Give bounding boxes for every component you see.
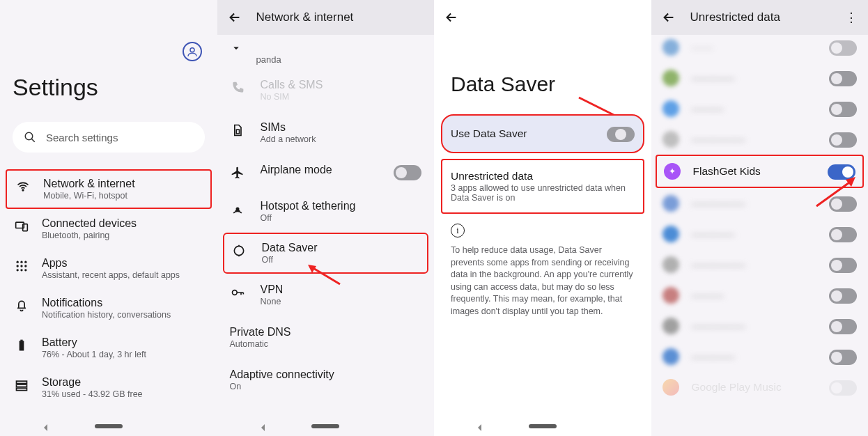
vpn-key-icon bbox=[230, 285, 245, 300]
airplane-icon bbox=[230, 165, 245, 180]
network-item-dns[interactable]: Private DNSAutomatic bbox=[217, 316, 435, 359]
svg-rect-16 bbox=[17, 381, 27, 383]
use-data-saver-row[interactable]: Use Data Saver bbox=[441, 114, 644, 153]
airplane-toggle[interactable] bbox=[394, 165, 421, 180]
app-row-blurred[interactable]: ——— bbox=[651, 280, 869, 311]
app-row-blurred[interactable]: ——— bbox=[651, 93, 869, 124]
svg-point-5 bbox=[17, 261, 19, 263]
back-button[interactable] bbox=[227, 10, 242, 25]
data-saver-screen: Data Saver Use Data Saver Unrestricted d… bbox=[434, 0, 651, 436]
phone-icon bbox=[230, 80, 245, 95]
header-title: Network & internet bbox=[256, 10, 354, 24]
search-placeholder: Search settings bbox=[46, 132, 118, 143]
network-item-hotspot[interactable]: Hotspot & tetheringOff bbox=[217, 190, 435, 233]
header-title: Unrestricted data bbox=[690, 10, 780, 24]
battery-icon bbox=[14, 338, 29, 353]
unrestricted-data-row[interactable]: Unrestricted data 3 apps allowed to use … bbox=[441, 159, 644, 214]
app-toggle[interactable] bbox=[829, 288, 857, 304]
svg-point-21 bbox=[234, 246, 243, 255]
app-toggle[interactable] bbox=[829, 132, 857, 148]
data-saver-toggle[interactable] bbox=[607, 127, 635, 142]
app-toggle[interactable] bbox=[829, 196, 857, 212]
svg-point-6 bbox=[20, 261, 22, 263]
bell-icon bbox=[14, 298, 29, 313]
app-row-blurred[interactable]: ———— bbox=[651, 341, 869, 372]
nav-bar bbox=[0, 416, 217, 436]
svg-rect-14 bbox=[20, 341, 24, 350]
svg-rect-18 bbox=[17, 388, 27, 390]
svg-point-12 bbox=[20, 269, 22, 271]
svg-rect-19 bbox=[236, 130, 239, 134]
app-toggle[interactable] bbox=[829, 40, 857, 56]
app-row-blurred[interactable]: ———— bbox=[651, 63, 869, 93]
network-item-calls[interactable]: Calls & SMSNo SIM bbox=[217, 69, 435, 111]
app-row-blurred[interactable]: ———— bbox=[651, 219, 869, 249]
svg-point-22 bbox=[232, 290, 237, 295]
play-music-icon bbox=[662, 379, 679, 396]
network-item-airplane[interactable]: Airplane mode bbox=[217, 154, 435, 190]
back-button[interactable] bbox=[661, 10, 676, 25]
svg-point-20 bbox=[236, 208, 238, 210]
settings-item-battery[interactable]: Battery76% - About 1 day, 3 hr left bbox=[0, 328, 217, 368]
app-row-blurred[interactable]: ————— bbox=[651, 311, 869, 341]
svg-point-2 bbox=[22, 189, 24, 191]
wifi-name: panda bbox=[217, 54, 435, 69]
settings-item-storage[interactable]: Storage31% used - 43.92 GB free bbox=[0, 368, 217, 407]
data-saver-description: To help reduce data usage, Data Saver pr… bbox=[434, 242, 651, 320]
app-row-blurred[interactable]: —— bbox=[651, 39, 869, 63]
svg-point-11 bbox=[17, 269, 19, 271]
nav-back-icon[interactable] bbox=[259, 422, 268, 430]
settings-item-notifications[interactable]: NotificationsNotification history, conve… bbox=[0, 288, 217, 328]
svg-point-9 bbox=[20, 265, 22, 267]
sim-icon bbox=[230, 123, 245, 138]
annotation-arrow bbox=[307, 263, 341, 286]
data-saver-icon bbox=[231, 243, 247, 258]
svg-point-8 bbox=[17, 265, 19, 267]
svg-point-13 bbox=[24, 269, 26, 271]
app-toggle[interactable] bbox=[829, 319, 857, 334]
unrestricted-data-screen: Unrestricted data ⋮ —— ———— ——— ————— ✦ … bbox=[651, 0, 869, 436]
back-button[interactable] bbox=[444, 10, 459, 25]
wifi-icon bbox=[15, 179, 31, 194]
app-toggle[interactable] bbox=[829, 350, 857, 365]
app-row-blurred[interactable]: ————— bbox=[651, 188, 869, 219]
app-toggle[interactable] bbox=[829, 258, 857, 273]
network-item-sims[interactable]: SIMsAdd a network bbox=[217, 111, 435, 154]
nav-home-pill[interactable] bbox=[529, 424, 557, 428]
nav-home-pill[interactable] bbox=[311, 424, 339, 428]
devices-icon bbox=[14, 219, 29, 234]
nav-home-pill[interactable] bbox=[95, 424, 123, 428]
app-row-play-music[interactable]: Google Play Music bbox=[651, 372, 869, 403]
app-bar: Network & internet bbox=[217, 0, 435, 35]
network-item-adaptive[interactable]: Adaptive connectivityOn bbox=[217, 359, 435, 401]
search-settings[interactable]: Search settings bbox=[13, 122, 205, 153]
app-toggle[interactable] bbox=[829, 380, 857, 396]
nav-back-icon[interactable] bbox=[42, 422, 50, 430]
hotspot-icon bbox=[230, 201, 245, 217]
settings-item-network[interactable]: Network & internetMobile, Wi-Fi, hotspot bbox=[6, 169, 212, 209]
profile-avatar[interactable] bbox=[183, 42, 202, 61]
app-row-blurred[interactable]: ————— bbox=[651, 249, 869, 280]
info-icon: i bbox=[451, 224, 465, 238]
more-menu-icon[interactable]: ⋮ bbox=[844, 10, 858, 24]
app-toggle[interactable] bbox=[829, 71, 857, 86]
settings-root-screen: Settings Search settings Network & inter… bbox=[0, 0, 217, 436]
page-title: Settings bbox=[13, 74, 205, 101]
storage-icon bbox=[14, 377, 29, 393]
network-internet-screen: Network & internet panda Calls & SMSNo S… bbox=[217, 0, 435, 436]
svg-rect-15 bbox=[20, 340, 22, 341]
svg-point-0 bbox=[190, 48, 194, 52]
app-toggle[interactable] bbox=[829, 227, 857, 242]
svg-rect-17 bbox=[17, 384, 27, 387]
app-toggle[interactable] bbox=[829, 102, 857, 117]
app-bar bbox=[434, 0, 651, 35]
flashget-app-icon: ✦ bbox=[664, 163, 681, 180]
chevron-down-icon[interactable] bbox=[230, 42, 242, 54]
app-row-blurred[interactable]: ————— bbox=[651, 124, 869, 155]
svg-point-7 bbox=[24, 261, 26, 263]
settings-item-connected[interactable]: Connected devicesBluetooth, pairing bbox=[0, 209, 217, 249]
settings-item-apps[interactable]: AppsAssistant, recent apps, default apps bbox=[0, 249, 217, 288]
svg-point-10 bbox=[24, 265, 26, 267]
apps-icon bbox=[14, 258, 29, 274]
nav-back-icon[interactable] bbox=[476, 422, 484, 430]
